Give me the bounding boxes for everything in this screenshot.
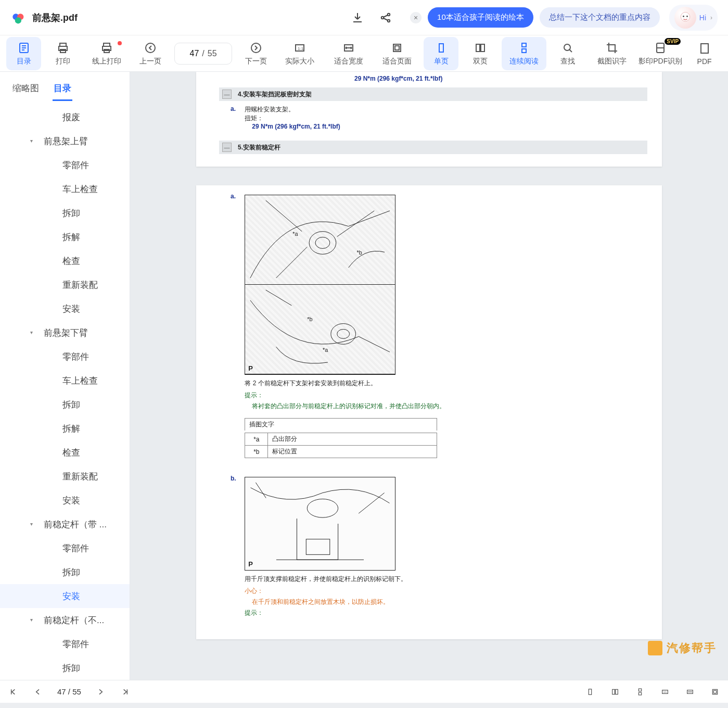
collapse-icon: — <box>222 90 232 99</box>
next-page-button[interactable]: 下一页 <box>238 37 273 70</box>
actual-size-button[interactable]: 1:1 实际大小 <box>277 37 322 70</box>
toc-item[interactable]: 重新装配 <box>0 273 130 297</box>
toc-item[interactable]: 报废 <box>0 105 130 129</box>
double-page-view-icon[interactable] <box>609 686 621 698</box>
fit-page-button[interactable]: 适合页面 <box>375 37 420 70</box>
fit-width-button[interactable]: 适合宽度 <box>326 37 371 70</box>
expand-toggle-icon[interactable]: ▾ <box>30 617 37 623</box>
find-button[interactable]: 查找 <box>551 37 585 70</box>
chevron-right-circle-icon <box>249 41 263 55</box>
toc-item-label: 拆卸 <box>62 662 80 674</box>
toc-item[interactable]: 安装 <box>0 584 130 608</box>
svg-point-31 <box>309 232 336 255</box>
legend-table: *a凸出部分 *b标记位置 <box>245 433 437 458</box>
fit-page-bottom-icon[interactable] <box>709 686 721 698</box>
ai-assistant-button[interactable]: Hi › <box>669 5 718 31</box>
svg-rect-23 <box>439 44 443 52</box>
toc-item[interactable]: 零部件 <box>0 632 130 656</box>
toc-item[interactable]: ▾前悬架上臂 <box>0 129 130 153</box>
continuous-scroll-icon <box>517 41 531 55</box>
last-page-button[interactable] <box>120 686 131 698</box>
toc-item[interactable]: 拆卸 <box>0 201 130 225</box>
print-icon <box>56 41 70 55</box>
toc-item-label: 前稳定杆（不... <box>44 614 104 626</box>
actual-size-bottom-icon[interactable]: 1:1 <box>659 686 671 698</box>
share-icon[interactable] <box>379 11 392 24</box>
toc-item[interactable]: 拆卸 <box>0 656 130 680</box>
document-viewport[interactable]: 29 N*m (296 kgf*cm, 21 ft.*lbf) — 4.安装车架… <box>130 72 728 680</box>
shadow-pdf-ocr-button[interactable]: SVIP 影印PDF识别 <box>638 37 683 70</box>
horizontal-scrollbar[interactable] <box>0 703 728 708</box>
suggestions-close-button[interactable]: × <box>410 12 422 23</box>
svg-point-5 <box>388 19 390 21</box>
download-icon[interactable] <box>351 11 364 24</box>
toc-item[interactable]: 安装 <box>0 488 130 512</box>
continuous-scroll-button[interactable]: 连续阅读 <box>502 37 546 70</box>
toc-item-label: 拆卸 <box>62 207 80 219</box>
suggestion-chip-2[interactable]: 总结一下这个文档的重点内容 <box>540 7 660 28</box>
prev-page-button[interactable]: 上一页 <box>133 37 168 70</box>
svg-point-28 <box>564 44 570 50</box>
print-button[interactable]: 打印 <box>45 37 80 70</box>
toc-item[interactable]: 拆卸 <box>0 393 130 416</box>
svg-rect-26 <box>522 43 526 47</box>
first-page-button[interactable] <box>7 686 19 698</box>
expand-toggle-icon[interactable]: ▾ <box>30 330 37 335</box>
toc-item[interactable]: 零部件 <box>0 153 130 177</box>
step-marker-a: a. <box>231 105 243 112</box>
svg-point-2 <box>15 17 21 23</box>
prev-page-button-bottom[interactable] <box>32 686 44 698</box>
toc-item[interactable]: 安装 <box>0 297 130 321</box>
tip-label: 提示： <box>245 391 646 400</box>
svg-point-7 <box>683 15 684 17</box>
single-page-icon <box>435 41 448 55</box>
toc-item[interactable]: 零部件 <box>0 536 130 560</box>
app-logo <box>10 10 25 25</box>
single-page-button[interactable]: 单页 <box>424 37 458 70</box>
expand-toggle-icon[interactable]: ▾ <box>30 521 37 527</box>
toc-item-label: 拆卸 <box>62 566 80 578</box>
continuous-single-icon[interactable] <box>634 686 646 698</box>
toc-item[interactable]: 检查 <box>0 249 130 273</box>
svg-point-36 <box>337 330 350 339</box>
toc-item[interactable]: 重新装配 <box>0 464 130 488</box>
tab-thumbnails[interactable]: 缩略图 <box>11 77 40 101</box>
step-text: 用螺栓安装支架。 <box>245 106 295 113</box>
toc-tree[interactable]: 报废▾前悬架上臂零部件车上检查拆卸拆解检查重新装配安装▾前悬架下臂零部件车上检查… <box>0 101 130 680</box>
next-page-button-bottom[interactable] <box>95 686 106 698</box>
pdf-page-47-lower: 29 N*m (296 kgf*cm, 21 ft.*lbf) — 4.安装车架… <box>196 72 662 167</box>
caution-label: 小心： <box>245 587 646 596</box>
toc-item[interactable]: ▾前稳定杆（不... <box>0 608 130 632</box>
svg-point-35 <box>331 324 356 345</box>
section-bar-4: — 4.安装车架挡泥板密封支架 <box>219 87 647 101</box>
caption-b: 用千斤顶支撑前稳定杆，并使前稳定杆上的识别标记朝下。 <box>245 575 646 584</box>
print-online-button[interactable]: 线上打印 <box>84 37 129 70</box>
page-indicator[interactable]: 47 / 55 <box>174 43 233 65</box>
tab-toc[interactable]: 目录 <box>53 77 72 101</box>
toc-item[interactable]: ▾前稳定杆（带 ... <box>0 512 130 536</box>
toc-item-label: 零部件 <box>62 638 89 650</box>
suggestion-chip-1[interactable]: 10本适合孩子阅读的绘本 <box>428 7 533 28</box>
toc-item[interactable]: ▾前悬架下臂 <box>0 321 130 345</box>
expand-toggle-icon[interactable]: ▾ <box>30 138 37 144</box>
toc-item[interactable]: 车上检查 <box>0 177 130 201</box>
crop-icon <box>605 41 619 55</box>
toc-item[interactable]: 车上检查 <box>0 369 130 393</box>
toc-item[interactable]: 拆解 <box>0 416 130 440</box>
svg-text:*a: *a <box>293 231 299 237</box>
toc-item[interactable]: 拆卸 <box>0 560 130 584</box>
double-page-button[interactable]: 双页 <box>463 37 497 70</box>
toc-item-label: 报废 <box>62 111 80 123</box>
toc-item-label: 零部件 <box>62 351 89 363</box>
toc-item[interactable]: 拆解 <box>0 225 130 249</box>
single-page-view-icon[interactable] <box>584 686 596 698</box>
toc-button[interactable]: 目录 <box>6 37 41 70</box>
fit-width-bottom-icon[interactable] <box>684 686 696 698</box>
toc-item[interactable]: 检查 <box>0 440 130 464</box>
pdf-more-button[interactable]: PDF <box>687 37 722 70</box>
screenshot-ocr-button[interactable]: 截图识字 <box>590 37 634 70</box>
svg-point-8 <box>686 15 688 17</box>
torque-value: 29 N*m (296 kgf*cm, 21 ft.*lbf) <box>252 123 340 130</box>
search-icon <box>561 41 574 55</box>
toc-item[interactable]: 零部件 <box>0 345 130 369</box>
